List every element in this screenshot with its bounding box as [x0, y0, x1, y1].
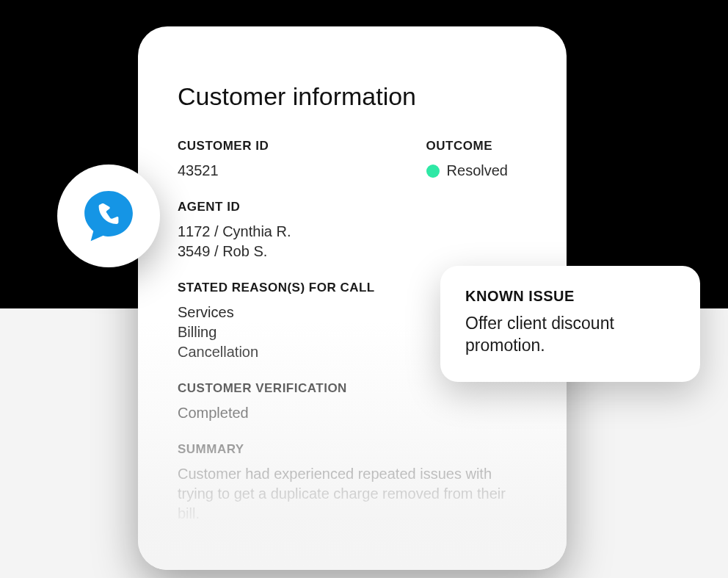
summary-label: SUMMARY: [178, 442, 527, 457]
known-issue-label: KNOWN ISSUE: [465, 288, 675, 305]
verification-value: Completed: [178, 403, 527, 423]
summary-value: Customer had experienced repeated issues…: [178, 464, 515, 524]
agent-id-value-2: 3549 / Rob S.: [178, 242, 527, 261]
agent-id-field: AGENT ID 1172 / Cynthia R. 3549 / Rob S.: [178, 200, 527, 261]
verification-label: CUSTOMER VERIFICATION: [178, 381, 527, 396]
known-issue-card: KNOWN ISSUE Offer client discount promot…: [440, 266, 700, 382]
status-dot-icon: [426, 165, 440, 178]
card-title: Customer information: [178, 82, 527, 111]
outcome-field: OUTCOME Resolved: [426, 139, 527, 181]
agent-id-label: AGENT ID: [178, 200, 527, 214]
agent-id-value-1: 1172 / Cynthia R.: [178, 222, 527, 242]
known-issue-text: Offer client discount promotion.: [465, 312, 675, 357]
customer-id-value: 43521: [178, 161, 269, 181]
summary-field: SUMMARY Customer had experienced repeate…: [178, 442, 527, 524]
customer-id-label: CUSTOMER ID: [178, 139, 269, 153]
outcome-label: OUTCOME: [426, 139, 508, 153]
outcome-value: Resolved: [447, 161, 508, 181]
verification-field: CUSTOMER VERIFICATION Completed: [178, 381, 527, 423]
phone-call-icon: [80, 187, 137, 245]
phone-badge: [57, 165, 160, 267]
customer-id-field: CUSTOMER ID 43521: [178, 139, 269, 181]
